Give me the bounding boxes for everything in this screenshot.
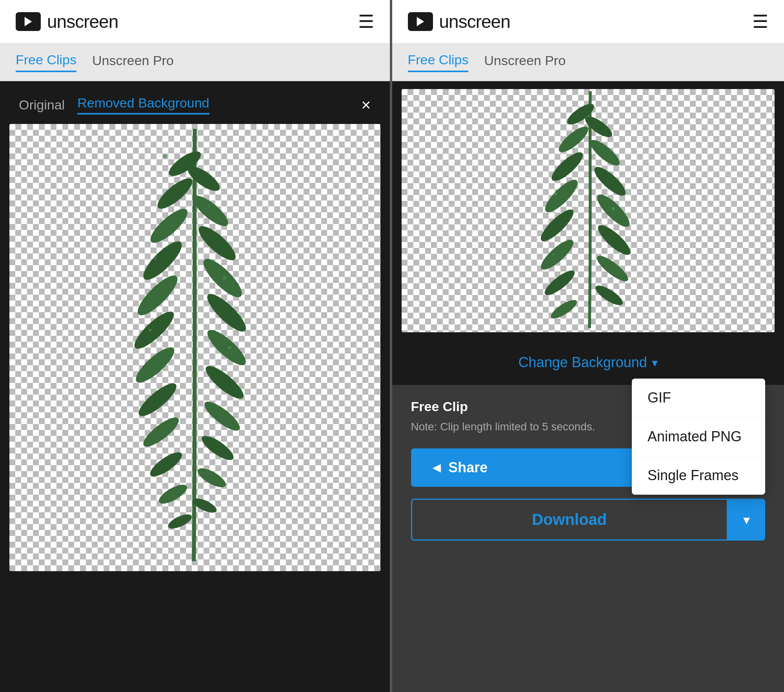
- right-image-container: [402, 89, 775, 332]
- right-logo-icon: [408, 12, 433, 31]
- right-fern-image: [402, 89, 775, 332]
- dropdown-item-single-frames[interactable]: Single Frames: [632, 456, 765, 495]
- left-logo-icon: [16, 12, 41, 31]
- download-dropdown-toggle[interactable]: ▾: [728, 499, 765, 541]
- fern-svg: [9, 124, 380, 571]
- svg-point-17: [202, 289, 251, 337]
- svg-point-38: [548, 297, 579, 321]
- left-image-container: [9, 124, 380, 571]
- svg-point-21: [198, 432, 237, 464]
- svg-marker-30: [417, 17, 424, 26]
- share-label: Share: [448, 459, 487, 476]
- left-fern-image: [9, 124, 380, 571]
- svg-point-6: [130, 307, 178, 353]
- svg-point-5: [133, 270, 182, 320]
- svg-point-24: [163, 154, 167, 158]
- dropdown-arrow-icon: ▾: [743, 512, 750, 527]
- svg-point-43: [594, 221, 634, 259]
- svg-point-44: [593, 252, 631, 285]
- svg-point-11: [156, 481, 189, 507]
- svg-point-20: [201, 397, 244, 435]
- svg-point-42: [593, 190, 633, 231]
- view-tabs: Original Removed Background: [19, 95, 209, 115]
- svg-marker-0: [25, 17, 32, 26]
- right-logo-text: unscreen: [439, 11, 510, 32]
- svg-point-2: [153, 174, 196, 213]
- svg-point-40: [587, 136, 623, 169]
- svg-point-9: [140, 413, 183, 451]
- svg-point-7: [131, 342, 179, 388]
- left-modal-header: Original Removed Background ×: [0, 81, 390, 124]
- svg-point-19: [202, 361, 248, 403]
- download-row: GIF Animated PNG Single Frames Download …: [411, 499, 766, 541]
- svg-point-26: [149, 329, 152, 332]
- chevron-down-icon: ▾: [652, 356, 658, 370]
- right-bottom-section: Free Clip Note: Clip length limited to 5…: [392, 385, 784, 692]
- svg-point-39: [582, 113, 615, 141]
- share-icon: ◄: [430, 459, 444, 476]
- svg-point-4: [138, 237, 187, 285]
- left-header: unscreen ☰: [0, 0, 390, 44]
- download-dropdown: GIF Animated PNG Single Frames: [632, 379, 765, 495]
- right-content: Change Background ▾: [392, 81, 784, 385]
- left-nav-tabs: Free Clips Unscreen Pro: [0, 44, 390, 81]
- svg-point-3: [146, 204, 192, 248]
- right-tab-unscreen-pro[interactable]: Unscreen Pro: [484, 53, 566, 71]
- right-panel: unscreen ☰ Free Clips Unscreen Pro: [392, 0, 784, 692]
- right-fern-svg: [402, 89, 775, 332]
- change-background-text: Change Background: [518, 354, 647, 371]
- svg-point-18: [203, 325, 250, 370]
- svg-point-48: [611, 207, 615, 210]
- svg-point-10: [147, 448, 185, 481]
- right-tab-free-clips[interactable]: Free Clips: [408, 52, 469, 72]
- download-button[interactable]: Download: [411, 499, 728, 541]
- left-tab-free-clips[interactable]: Free Clips: [16, 52, 76, 72]
- left-logo: unscreen: [16, 11, 118, 32]
- change-background-bar[interactable]: Change Background ▾: [392, 340, 784, 385]
- left-logo-text: unscreen: [47, 11, 118, 32]
- svg-point-41: [590, 163, 629, 200]
- tab-removed-background[interactable]: Removed Background: [77, 95, 209, 115]
- svg-point-15: [194, 221, 240, 265]
- svg-point-8: [135, 379, 181, 421]
- svg-point-45: [593, 282, 625, 309]
- right-play-icon: [414, 15, 427, 28]
- right-header: unscreen ☰: [392, 0, 784, 44]
- play-icon: [22, 15, 35, 28]
- svg-point-34: [541, 175, 582, 216]
- close-button[interactable]: ×: [361, 97, 371, 113]
- dropdown-item-gif[interactable]: GIF: [632, 379, 765, 417]
- svg-point-12: [166, 512, 194, 532]
- svg-point-47: [551, 253, 554, 256]
- left-hamburger-icon[interactable]: ☰: [358, 13, 374, 31]
- svg-point-32: [555, 123, 591, 156]
- svg-point-25: [154, 257, 157, 260]
- svg-point-33: [548, 148, 586, 185]
- dropdown-item-animated-png[interactable]: Animated PNG: [632, 417, 765, 456]
- svg-point-46: [554, 192, 557, 196]
- right-logo: unscreen: [408, 11, 510, 32]
- svg-point-28: [228, 346, 231, 349]
- svg-point-37: [541, 267, 578, 299]
- right-nav-tabs: Free Clips Unscreen Pro: [392, 44, 784, 81]
- left-content: Original Removed Background ×: [0, 81, 390, 692]
- tab-original[interactable]: Original: [19, 97, 65, 113]
- svg-point-27: [223, 276, 227, 280]
- svg-point-29: [207, 204, 210, 208]
- svg-point-36: [537, 236, 577, 274]
- svg-point-35: [537, 205, 577, 245]
- right-hamburger-icon[interactable]: ☰: [752, 13, 768, 31]
- left-tab-unscreen-pro[interactable]: Unscreen Pro: [92, 53, 174, 71]
- left-panel: unscreen ☰ Free Clips Unscreen Pro Origi…: [0, 0, 392, 692]
- svg-point-22: [195, 464, 228, 491]
